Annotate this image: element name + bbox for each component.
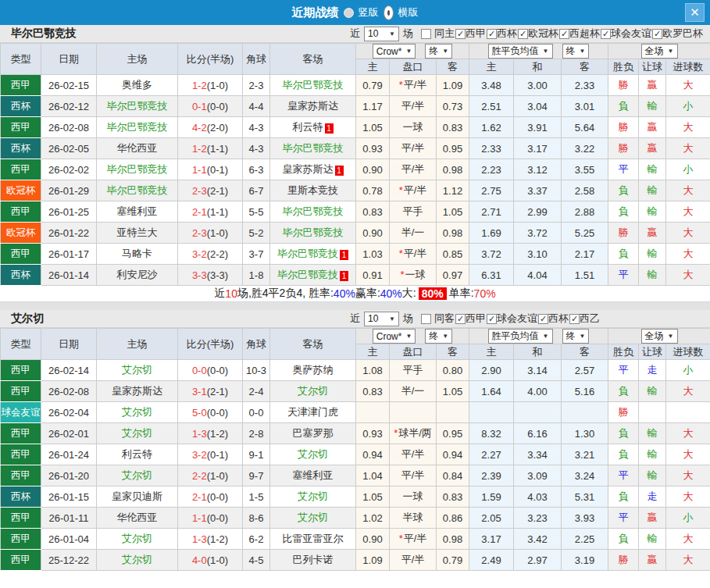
summary-segment: 80% [419, 287, 447, 300]
vertical-layout-radio[interactable] [344, 8, 354, 18]
away-team-cell: 毕尔巴鄂竞技1 [270, 265, 356, 286]
away-team-cell: 毕尔巴鄂竞技 [270, 138, 356, 159]
league-checkbox[interactable]: ✓ [518, 29, 528, 39]
close-button[interactable]: ✕ [685, 3, 705, 22]
result-cell: 負 [608, 381, 639, 402]
match-date: 26-01-04 [41, 529, 97, 550]
avg-away-cell: 3.21 [562, 444, 608, 465]
odds-time-select[interactable]: 终▼ [425, 44, 452, 59]
league-badge: 西甲 [1, 529, 41, 550]
home-team-cell: 利云特 [97, 444, 178, 465]
chevron-down-icon: ▼ [389, 30, 395, 37]
avg-draw-cell: 3.34 [514, 444, 562, 465]
avg-type-select[interactable]: 胜平负均值▼ [488, 44, 553, 59]
match-date: 26-02-08 [41, 117, 97, 138]
odds-home-cell: 0.79 [356, 75, 390, 96]
league-checkbox[interactable]: ✓ [652, 29, 662, 39]
chevron-down-icon: ▼ [442, 333, 448, 340]
avg-home-cell: 2.27 [469, 444, 514, 465]
away-team-cell: 皇家苏斯达1 [270, 159, 356, 180]
odds-line-cell: *一球 [390, 265, 437, 286]
result-cell [666, 402, 710, 423]
league-badge: 西杯 [1, 96, 41, 117]
avg-home-cell: 1.69 [469, 223, 514, 244]
col-date: 日期 [41, 44, 97, 75]
result-cell: 平 [608, 265, 639, 286]
result-cell: 小 [666, 360, 710, 381]
col-result-goals: 进球数 [666, 59, 710, 75]
result-cell: 走 [639, 360, 666, 381]
avg-away-cell: 2.33 [562, 75, 608, 96]
odds-away-cell: 0.79 [437, 550, 469, 571]
league-checkbox[interactable]: ✓ [601, 29, 611, 39]
avg-away-cell [562, 402, 608, 423]
horizontal-layout-radio[interactable] [384, 5, 394, 20]
summary-segment: 40% [380, 287, 402, 300]
col-odds-home: 主 [356, 59, 390, 75]
league-label: 欧罗巴杯 [662, 27, 703, 39]
odds-away-cell: 0.94 [437, 444, 469, 465]
league-checkbox[interactable]: ✓ [455, 29, 466, 39]
match-row: 西甲 26-02-08 毕尔巴鄂竞技 4-2(2-0) 4-3 利云特1 1.0… [1, 117, 710, 138]
team-header-away: 艾尔切 近 10▼ 场 同客 ✓西甲✓球会友谊✓西杯✓西乙 [0, 310, 710, 328]
away-team-cell: 毕尔巴鄂竞技 [270, 75, 356, 96]
score-cell: 1-1(0-0) [178, 508, 243, 529]
odds-line-cell: 一球 [390, 486, 437, 508]
avg-home-cell [469, 402, 514, 423]
away-team-name: 艾尔切 [11, 312, 44, 326]
col-avg-away: 客 [562, 344, 608, 360]
league-checkbox[interactable]: ✓ [487, 29, 497, 39]
odds-away-cell: 0.95 [437, 423, 469, 444]
avg-home-cell: 6.31 [469, 265, 514, 286]
match-count-select[interactable]: 10▼ [364, 312, 399, 326]
score-cell: 1-3(1-2) [178, 423, 243, 444]
bookmaker-select[interactable]: Crow*▼ [373, 44, 416, 59]
match-date: 26-02-08 [41, 381, 97, 402]
chevron-down-icon: ▼ [543, 333, 549, 340]
corner-cell: 6-3 [243, 159, 270, 180]
result-cell: 勝 [608, 402, 639, 423]
avg-draw-cell: 3.23 [514, 508, 562, 529]
odds-home-cell: 1.04 [356, 465, 390, 486]
away-team-cell: 毕尔巴鄂竞技1 [270, 244, 356, 265]
odds-time-select[interactable]: 终▼ [425, 329, 452, 344]
bookmaker-select[interactable]: Crow*▼ [373, 329, 416, 344]
match-count-select[interactable]: 10▼ [364, 27, 399, 41]
avg-type-select[interactable]: 胜平负均值▼ [488, 329, 553, 344]
chevron-down-icon: ▼ [405, 333, 412, 340]
avg-time-select[interactable]: 终▼ [562, 44, 590, 59]
col-home: 主场 [97, 329, 178, 360]
scope-select[interactable]: 全场▼ [641, 329, 678, 344]
score-cell: 2-1(0-0) [178, 486, 243, 508]
result-cell: 負 [608, 423, 639, 444]
odds-line-cell: *平/半 [390, 75, 437, 96]
league-checkbox[interactable]: ✓ [569, 314, 580, 324]
away-team-cell: 比雷亚雷亚尔 [270, 529, 356, 550]
match-row: 西杯 26-02-05 华伦西亚 1-2(1-1) 4-3 毕尔巴鄂竞技 0.9… [1, 138, 710, 159]
result-cell: 小 [666, 159, 710, 180]
avg-time-select[interactable]: 终▼ [562, 329, 590, 344]
league-checkbox[interactable]: ✓ [455, 314, 466, 324]
league-badge: 球会友谊 [1, 402, 41, 423]
odds-line-cell: 平/半 [390, 96, 437, 117]
results-table-away: 类型 日期 主场 比分(半场) 角球 客场 Crow*▼ 终▼ 胜平负均值▼ 终… [0, 328, 710, 571]
card-badge: 1 [340, 250, 348, 260]
match-row: 西甲 26-01-20 艾尔切 2-2(1-0) 9-7 塞维利亚 1.04 平… [1, 465, 710, 486]
same-venue-checkbox[interactable] [421, 29, 431, 39]
league-checkbox[interactable]: ✓ [559, 29, 569, 39]
avg-away-cell: 5.31 [562, 486, 608, 508]
odds-line-cell: 一球 [390, 117, 437, 138]
scope-select[interactable]: 全场▼ [641, 44, 678, 59]
league-checkbox[interactable]: ✓ [538, 314, 548, 324]
same-venue-checkbox[interactable] [421, 314, 431, 324]
col-type: 类型 [1, 44, 41, 75]
avg-home-cell: 1.59 [469, 486, 514, 508]
result-cell: 輸 [639, 244, 666, 265]
league-checkbox[interactable]: ✓ [487, 314, 497, 324]
col-odds-away: 客 [437, 344, 469, 360]
avg-draw-cell [514, 402, 562, 423]
result-cell: 輸 [639, 423, 666, 444]
away-team-cell: 艾尔切 [270, 508, 356, 529]
match-date: 25-12-22 [41, 550, 97, 571]
away-team-cell: 艾尔切 [270, 381, 356, 402]
